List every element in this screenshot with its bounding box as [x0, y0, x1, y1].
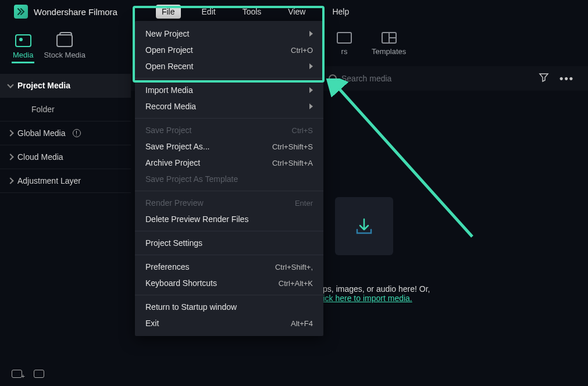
- menu-item-keyboard-shortcuts[interactable]: Keyboard ShortcutsCtrl+Alt+K: [135, 275, 323, 291]
- menu-item-save-project: Save ProjectCtrl+S: [135, 122, 323, 138]
- menu-item-exit[interactable]: ExitAlt+F4: [135, 315, 323, 331]
- menu-separator: [135, 295, 323, 295]
- menu-item-label: Save Project As Template: [145, 174, 238, 184]
- stock-icon: [56, 34, 73, 47]
- file-menu-dropdown: New ProjectOpen ProjectCtrl+OOpen Recent…: [135, 21, 323, 336]
- tab-templates[interactable]: Templates: [372, 32, 406, 56]
- sidebar-global-media[interactable]: Global Media !: [0, 121, 131, 145]
- menu-shortcut: Ctrl+O: [291, 46, 313, 55]
- menu-item-open-recent[interactable]: Open Recent: [135, 58, 323, 74]
- global-media-label: Global Media: [17, 128, 66, 138]
- menu-item-label: Record Media: [145, 102, 196, 111]
- submenu-arrow-icon: [309, 87, 313, 93]
- menu-item-project-settings[interactable]: Project Settings: [135, 235, 323, 251]
- generic-tab-icon: [337, 32, 352, 44]
- menu-separator: [135, 231, 323, 231]
- menu-item-label: Exit: [145, 319, 159, 328]
- sidebar-cloud-media[interactable]: Cloud Media: [0, 145, 131, 169]
- menu-shortcut: Ctrl+S: [292, 126, 313, 135]
- menu-edit[interactable]: Edit: [196, 5, 222, 19]
- tab-label-partial: rs: [341, 47, 348, 56]
- menu-separator: [135, 118, 323, 119]
- menu-tools[interactable]: Tools: [237, 5, 268, 19]
- menu-item-render-preview: Render PreviewEnter: [135, 195, 323, 211]
- info-icon: !: [73, 129, 81, 137]
- menu-item-label: Save Project: [145, 126, 191, 135]
- menu-item-open-project[interactable]: Open ProjectCtrl+O: [135, 42, 323, 58]
- folder-icon[interactable]: [34, 370, 44, 378]
- filter-icon[interactable]: [539, 72, 549, 85]
- menu-item-save-project-as-template: Save Project As Template: [135, 171, 323, 187]
- menu-item-label: Render Preview: [145, 198, 204, 208]
- menu-item-save-project-as[interactable]: Save Project As...Ctrl+Shift+S: [135, 138, 323, 155]
- menu-item-delete-preview-render-files[interactable]: Delete Preview Render Files: [135, 211, 323, 227]
- more-icon[interactable]: •••: [560, 73, 574, 85]
- menu-shortcut: Alt+F4: [291, 319, 313, 328]
- menu-item-label: Import Media: [145, 85, 193, 95]
- sidebar: Media Stock Media Project Media Folder G…: [0, 23, 131, 386]
- menu-item-label: Open Recent: [145, 62, 194, 71]
- tab-media-label: Media: [13, 51, 33, 59]
- sidebar-project-media[interactable]: Project Media: [0, 74, 131, 98]
- project-media-label: Project Media: [17, 81, 70, 90]
- menu-item-label: Delete Preview Render Files: [145, 215, 248, 224]
- sidebar-folder[interactable]: Folder: [0, 98, 131, 121]
- menu-item-archive-project[interactable]: Archive ProjectCtrl+Shift+A: [135, 155, 323, 171]
- new-folder-icon[interactable]: [12, 370, 22, 378]
- sidebar-adjustment-layer[interactable]: Adjustment Layer: [0, 169, 131, 193]
- menu-shortcut: Ctrl+Shift+S: [272, 142, 313, 151]
- menu-item-label: Project Settings: [145, 238, 202, 248]
- menu-item-record-media[interactable]: Record Media: [135, 98, 323, 115]
- menu-shortcut: Enter: [295, 199, 313, 208]
- menu-item-label: Keyboard Shortcuts: [145, 278, 217, 288]
- tab-partial[interactable]: rs: [337, 32, 352, 56]
- folder-label: Folder: [31, 105, 55, 114]
- menu-item-return-to-startup-window[interactable]: Return to Startup window: [135, 299, 323, 315]
- menu-view[interactable]: View: [282, 5, 311, 19]
- menu-item-label: Open Project: [145, 45, 193, 55]
- chevron-right-icon: [7, 177, 13, 184]
- templates-icon: [382, 32, 397, 44]
- menu-item-preferences[interactable]: PreferencesCtrl+Shift+,: [135, 259, 323, 275]
- titlebar: Wondershare Filmora File Edit Tools View…: [0, 0, 588, 23]
- app-logo: [14, 5, 28, 19]
- menu-separator: [135, 255, 323, 255]
- menu-shortcut: Ctrl+Alt+K: [279, 279, 313, 288]
- menu-file[interactable]: File: [156, 5, 181, 19]
- search-input[interactable]: Search media: [329, 74, 528, 83]
- import-button[interactable]: [335, 197, 393, 255]
- chevron-right-icon: [7, 130, 13, 136]
- tab-stock-media[interactable]: Stock Media: [42, 32, 87, 63]
- tab-media[interactable]: Media: [12, 32, 34, 63]
- menu-item-import-media[interactable]: Import Media: [135, 82, 323, 98]
- cloud-media-label: Cloud Media: [17, 152, 63, 162]
- tab-label-templates: Templates: [372, 47, 406, 56]
- menu-separator: [135, 78, 323, 78]
- media-icon: [15, 34, 31, 47]
- menu-item-label: Return to Startup window: [145, 302, 237, 312]
- chevron-down-icon: [7, 81, 13, 88]
- search-icon: [329, 74, 337, 83]
- chevron-right-icon: [7, 153, 13, 160]
- menu-shortcut: Ctrl+Shift+A: [272, 159, 313, 167]
- menu-item-label: Archive Project: [145, 158, 200, 167]
- submenu-arrow-icon: [309, 63, 313, 69]
- submenu-arrow-icon: [309, 31, 313, 37]
- menu-item-new-project[interactable]: New Project: [135, 26, 323, 42]
- menubar: File Edit Tools View Help: [156, 5, 355, 19]
- tab-stock-label: Stock Media: [44, 51, 85, 59]
- app-title: Wondershare Filmora: [34, 7, 117, 17]
- adjustment-label: Adjustment Layer: [17, 176, 81, 185]
- menu-item-label: Save Project As...: [145, 142, 210, 151]
- menu-shortcut: Ctrl+Shift+,: [275, 263, 313, 271]
- menu-item-label: New Project: [145, 29, 189, 38]
- menu-item-label: Preferences: [145, 262, 189, 271]
- menu-separator: [135, 191, 323, 191]
- submenu-arrow-icon: [309, 103, 313, 109]
- import-link[interactable]: Click here to import media.: [315, 294, 412, 303]
- search-placeholder: Search media: [341, 74, 391, 83]
- menu-help[interactable]: Help: [326, 5, 355, 19]
